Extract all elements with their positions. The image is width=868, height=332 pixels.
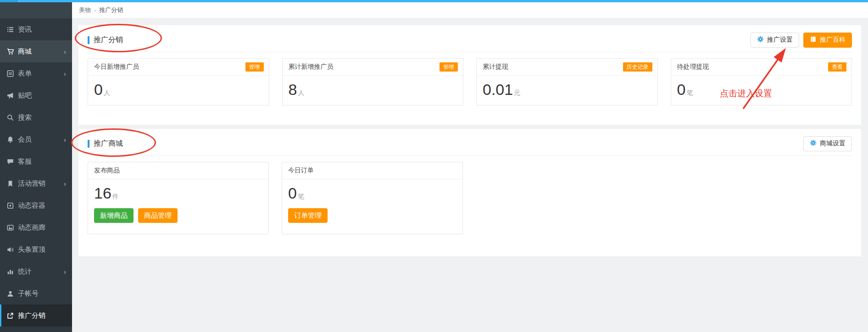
bell-icon (7, 136, 14, 143)
mall-section-title: 推广商城 (88, 139, 123, 149)
sidebar-item-headline-top[interactable]: 头条置顶 (0, 238, 72, 260)
divider (88, 155, 852, 156)
promotion-section-title: 推广分销 (88, 35, 123, 45)
main-content: 推广分销 推广设置 推广百科 今日新增推广员 管理 (72, 18, 868, 332)
sidebar-item-forms[interactable]: 表单 › (0, 62, 72, 84)
breadcrumb-root[interactable]: 美物 (79, 6, 91, 14)
manage-badge[interactable]: 管理 (440, 62, 458, 72)
sidebar-item-members[interactable]: 会员 › (0, 128, 72, 150)
stat-card-label: 今日新增推广员 (94, 63, 139, 71)
manage-badge[interactable]: 管理 (245, 62, 264, 72)
cart-icon (7, 48, 14, 55)
search-icon (7, 114, 14, 121)
history-badge[interactable]: 历史记录 (623, 62, 652, 72)
gear-icon (810, 139, 817, 148)
stat-card-pending-withdrawal: 待处理提现 查看 0 笔 (671, 58, 852, 105)
form-icon (7, 70, 14, 77)
sidebar-item-label: 活动营销 (18, 179, 45, 188)
mall-settings-button[interactable]: 商城设置 (803, 136, 852, 151)
title-accent-bar (88, 36, 89, 44)
promotion-panel: 推广分销 推广设置 推广百科 今日新增推广员 管理 (78, 25, 861, 125)
sidebar-item-label: 子帐号 (18, 289, 39, 298)
sidebar-item-label: 动态容器 (18, 201, 45, 210)
sidebar-header (0, 2, 72, 18)
view-badge[interactable]: 查看 (828, 62, 846, 72)
sidebar-item-promotion[interactable]: 推广分销 (0, 304, 72, 326)
stat-value: 0 (677, 81, 686, 99)
mall-panel: 推广商城 商城设置 发布商品 16 件 (78, 129, 861, 256)
book-icon (810, 36, 817, 44)
sidebar-item-label: 动态画廊 (18, 223, 45, 232)
chevron-right-icon: › (64, 268, 66, 276)
sidebar-item-news[interactable]: 资讯 (0, 18, 72, 40)
sidebar: 资讯 商城 › 表单 › 贴吧 搜索 会员 › 客服 活动营销 › 动态容器 动 (0, 2, 72, 332)
sidebar-item-label: 商城 (18, 47, 32, 56)
sidebar-item-mall[interactable]: 商城 › (0, 40, 72, 62)
card-label: 今日订单 (288, 166, 314, 175)
sidebar-item-search[interactable]: 搜索 (0, 106, 72, 128)
gallery-icon (7, 224, 14, 231)
sidebar-item-statistics[interactable]: 统计 › (0, 260, 72, 282)
container-icon (7, 202, 14, 209)
stat-card-today-promoters: 今日新增推广员 管理 0 人 (88, 58, 269, 105)
promotion-wiki-label: 推广百科 (820, 36, 846, 44)
divider (88, 52, 852, 52)
sidebar-item-dynamic-gallery[interactable]: 动态画廊 (0, 216, 72, 238)
stat-unit: 人 (104, 89, 110, 97)
breadcrumb-current: 推广分销 (99, 6, 123, 14)
stat-card-label: 待处理提现 (677, 63, 709, 71)
sidebar-item-label: 表单 (18, 69, 32, 78)
stat-value: 0.01 (483, 81, 513, 99)
chevron-right-icon: › (64, 136, 66, 144)
user-icon (7, 290, 14, 297)
stat-value: 8 (289, 81, 297, 99)
stat-unit: 人 (298, 89, 304, 97)
stat-unit: 元 (514, 89, 520, 97)
stat-card-total-withdrawal: 累计提现 历史记录 0.01 元 (476, 58, 658, 105)
sidebar-item-label: 统计 (18, 267, 32, 276)
stat-card-label: 累计提现 (483, 63, 508, 71)
manage-products-button[interactable]: 商品管理 (138, 208, 178, 223)
page-title: 推广分销 (94, 35, 123, 45)
card-published-products: 发布商品 16 件 新增商品 商品管理 (88, 162, 269, 234)
stat-value: 0 (288, 184, 297, 202)
stat-value: 0 (94, 81, 103, 99)
breadcrumb: 美物 › 推广分销 (72, 2, 868, 18)
title-accent-bar (88, 140, 89, 148)
sidebar-item-label: 推广分销 (18, 311, 45, 320)
add-product-button[interactable]: 新增商品 (94, 208, 134, 223)
chevron-right-icon: › (64, 70, 66, 77)
sidebar-item-service[interactable]: 客服 (0, 150, 72, 172)
stat-unit: 件 (112, 193, 119, 201)
promotion-settings-button[interactable]: 推广设置 (751, 33, 799, 48)
sidebar-item-subaccounts[interactable]: 子帐号 (0, 282, 72, 304)
sidebar-item-label: 头条置顶 (18, 245, 45, 254)
breadcrumb-separator-icon: › (94, 7, 96, 14)
sidebar-item-label: 资讯 (18, 25, 32, 34)
sidebar-item-tieba[interactable]: 贴吧 (0, 84, 72, 106)
stat-unit: 笔 (686, 89, 693, 97)
promotion-wiki-button[interactable]: 推广百科 (803, 33, 852, 48)
mall-settings-label: 商城设置 (820, 139, 846, 148)
card-label: 发布商品 (94, 166, 120, 175)
list-icon (7, 26, 14, 33)
manage-orders-button[interactable]: 订单管理 (288, 208, 328, 223)
sidebar-item-label: 搜索 (18, 113, 32, 122)
speaker-icon (7, 246, 14, 253)
megaphone-icon (7, 92, 14, 99)
bookmark-icon (7, 180, 14, 187)
share-icon (7, 312, 14, 319)
stats-icon (7, 268, 14, 275)
chevron-right-icon: › (64, 180, 66, 188)
promotion-settings-label: 推广设置 (767, 36, 793, 44)
sidebar-item-dynamic-container[interactable]: 动态容器 (0, 194, 72, 216)
sidebar-item-label: 客服 (18, 157, 32, 166)
sidebar-item-campaigns[interactable]: 活动营销 › (0, 172, 72, 194)
card-today-orders: 今日订单 0 笔 订单管理 (282, 162, 463, 234)
chat-icon (7, 158, 14, 165)
gear-icon (757, 36, 764, 44)
stat-unit: 笔 (298, 193, 304, 201)
sidebar-item-label: 会员 (18, 135, 32, 144)
sidebar-item-label: 贴吧 (18, 91, 32, 100)
chevron-right-icon: › (64, 48, 66, 55)
